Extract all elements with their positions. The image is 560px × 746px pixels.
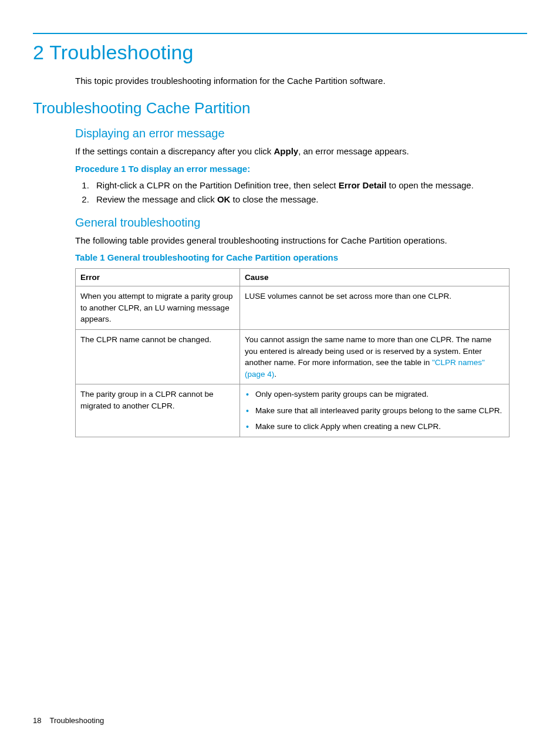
displaying-error-body: If the settings contain a discrepancy af…	[75, 145, 527, 158]
ok-bold: OK	[217, 194, 231, 204]
troubleshooting-table: Error Cause When you attempt to migrate …	[75, 268, 510, 437]
footer-section-label: Troubleshooting	[49, 716, 104, 725]
table-cell-error: When you attempt to migrate a parity gro…	[76, 286, 240, 330]
error-detail-bold: Error Detail	[339, 180, 387, 190]
subsection-general-troubleshooting: General troubleshooting	[75, 216, 527, 229]
section-title: Troubleshooting Cache Partition	[33, 99, 527, 117]
chapter-title: 2 Troubleshooting	[33, 41, 527, 64]
page-footer: 18Troubleshooting	[33, 716, 104, 725]
top-rule	[33, 33, 527, 34]
body-text-fragment: If the settings contain a discrepancy af…	[75, 146, 274, 156]
table-row: When you attempt to migrate a parity gro…	[76, 286, 510, 330]
table-cell-cause: LUSE volumes cannot be set across more t…	[240, 286, 510, 330]
subsection-displaying-error: Displaying an error message	[75, 127, 527, 140]
table-row: The CLPR name cannot be changed. You can…	[76, 329, 510, 384]
table-row: The parity group in a CLPR cannot be mig…	[76, 384, 510, 437]
body-text-fragment: , an error message appears.	[298, 146, 409, 156]
step-text-fragment: Review the message and click	[96, 194, 217, 204]
cause-bullet-item: Only open-system parity groups can be mi…	[245, 389, 504, 400]
chapter-intro: This topic provides troubleshooting info…	[75, 75, 527, 87]
general-troubleshooting-body: The following table provides general tro…	[75, 234, 527, 247]
cause-text-fragment: .	[274, 370, 276, 379]
step-text-fragment: to open the message.	[386, 180, 473, 190]
cause-bullet-item: Make sure to click Apply when creating a…	[245, 421, 504, 433]
cause-bullet-list: Only open-system parity groups can be mi…	[245, 389, 504, 433]
step-text-fragment: Right-click a CLPR on the Partition Defi…	[96, 180, 339, 190]
procedure-step-2: Review the message and click OK to close…	[92, 193, 527, 207]
procedure-list: Right-click a CLPR on the Partition Defi…	[75, 178, 527, 207]
table-header-row: Error Cause	[76, 269, 510, 286]
apply-bold: Apply	[274, 146, 299, 156]
table-header-error: Error	[76, 269, 240, 286]
table-cell-error: The CLPR name cannot be changed.	[76, 329, 240, 384]
table-title: Table 1 General troubleshooting for Cach…	[75, 252, 527, 262]
table-cell-cause: You cannot assign the same name to more …	[240, 329, 510, 384]
procedure-step-1: Right-click a CLPR on the Partition Defi…	[92, 178, 527, 193]
cause-bullet-item: Make sure that all interleaved parity gr…	[245, 405, 504, 417]
table-header-cause: Cause	[240, 269, 510, 286]
procedure-heading: Procedure 1 To display an error message:	[75, 164, 527, 174]
page-number: 18	[33, 716, 41, 725]
step-text-fragment: to close the message.	[230, 194, 318, 204]
table-cell-cause: Only open-system parity groups can be mi…	[240, 384, 510, 437]
table-cell-error: The parity group in a CLPR cannot be mig…	[76, 384, 240, 437]
